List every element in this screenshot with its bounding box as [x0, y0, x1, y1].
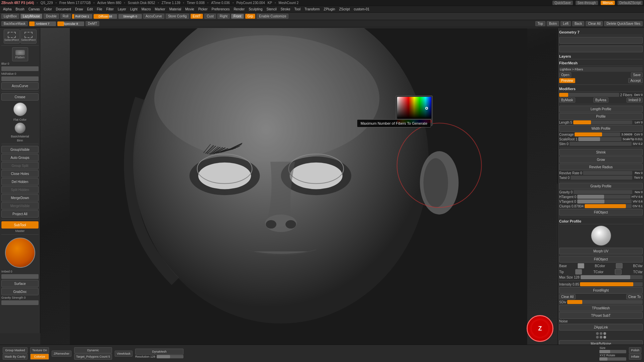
front-right-btn[interactable]: FrontRight [559, 287, 643, 294]
gravity-profile-btn[interactable]: Gravity Profile [559, 183, 643, 189]
htangent-slider[interactable] [577, 195, 631, 199]
double-btn[interactable]: Double [44, 14, 59, 19]
see-through-btn[interactable]: See-through [576, 1, 598, 5]
profile-btn[interactable]: Profile [559, 113, 643, 120]
clear-all-btn[interactable]: Clear All [586, 21, 603, 26]
color-gradient[interactable] [397, 97, 431, 119]
bcvar-swatch[interactable] [616, 263, 623, 268]
length-slider[interactable] [573, 120, 632, 124]
preview-fibermesh-btn[interactable]: Preview [559, 78, 575, 83]
revolve-radius-btn[interactable]: Revolve Radius [559, 164, 643, 170]
flatten-btn[interactable]: Flatten [12, 47, 28, 61]
morph-uv-btn[interactable]: Morph UV [559, 248, 643, 254]
group-masked-btn[interactable]: Group Masked [3, 347, 28, 353]
menu-stencil[interactable]: Stencil [265, 7, 278, 11]
crease-btn[interactable]: Crease [1, 93, 39, 101]
enable-customize-btn[interactable]: Enable Customize [257, 14, 288, 19]
dyna-mesh-btn[interactable]: DynaMesh [135, 349, 183, 355]
accept-btn[interactable]: Accept [628, 78, 643, 83]
menu-edit[interactable]: Edit [85, 7, 94, 11]
top-btn[interactable]: Top [535, 21, 545, 26]
modifiers-title[interactable]: Modifiers [559, 86, 643, 92]
menu-light[interactable]: Light [128, 7, 139, 11]
menu-draw[interactable]: Draw [73, 7, 85, 11]
surface-btn[interactable]: Surface [1, 280, 39, 287]
del-hidden-btn[interactable]: Del Hidden [1, 178, 39, 185]
group-split-btn[interactable]: Group Split [1, 162, 39, 169]
demt-btn[interactable]: DeMT [86, 21, 99, 26]
menus-btn[interactable]: Menus [601, 1, 615, 5]
store-config-btn[interactable]: Store Config [166, 14, 189, 19]
ambient-slider[interactable]: Ambient 7 [29, 21, 56, 26]
botm-btn[interactable]: Botm [547, 21, 559, 26]
menu-brush[interactable]: Brush [14, 7, 26, 11]
close-holes-btn[interactable]: Close Holes [1, 170, 39, 177]
select-rect-btn[interactable]: SelectRect [4, 29, 20, 44]
accu-curve-left-btn[interactable]: AccuCurve [1, 82, 39, 89]
array-mesh-btn[interactable] [559, 37, 643, 44]
max-size-slider[interactable] [581, 275, 643, 279]
clumps-slider[interactable] [585, 204, 632, 208]
menu-marker[interactable]: Marker [153, 7, 167, 11]
roll-dist-slider[interactable]: Roll Dist 1 [72, 14, 92, 19]
nano-mesh-btn[interactable] [559, 46, 643, 52]
menu-material[interactable]: Material [168, 7, 183, 11]
select-rect2-btn[interactable]: SelectRect [20, 29, 37, 44]
view-mask-btn[interactable]: ViewMask [115, 351, 132, 357]
grow-btn[interactable]: Grow [559, 156, 643, 163]
width-profile-btn[interactable]: Width Profile [559, 125, 643, 132]
sdiv-slider[interactable] [567, 300, 643, 304]
strength-slider[interactable]: Strength 0 [118, 14, 142, 19]
canvas-area[interactable] [40, 28, 557, 345]
polish-btn[interactable]: Polish [629, 347, 641, 353]
tcolor-swatch[interactable] [575, 269, 582, 275]
menu-zscript[interactable]: ZScript [337, 7, 352, 11]
imbed-0-btn[interactable]: Imbed 0 [627, 98, 643, 103]
scale-slider[interactable] [578, 137, 622, 141]
diffuse-slider[interactable]: Diffuse 68 [94, 14, 117, 19]
geometry7-title[interactable]: Geometry 7 [559, 29, 643, 35]
auto-groups-btn[interactable]: Auto Groups [1, 154, 39, 161]
size-slider[interactable] [599, 350, 626, 353]
revolve-rate-slider[interactable] [583, 171, 632, 175]
menu-document[interactable]: Document [54, 7, 73, 11]
by-area-btn[interactable]: ByArea [593, 98, 608, 103]
left-view-btn[interactable]: Left [560, 21, 571, 26]
roll-btn[interactable]: Roll [60, 14, 71, 19]
menu-tool[interactable]: Tool [293, 7, 302, 11]
open-btn[interactable]: Open [559, 72, 571, 77]
merge-visible-btn[interactable]: MergeVisible [1, 202, 39, 209]
front-btn[interactable]: Front [231, 14, 244, 19]
subtool-btn[interactable]: SubTool [1, 221, 39, 229]
zapp-link-btn[interactable]: ZAppLink [559, 324, 643, 330]
mask-by-cavity-btn[interactable]: Mask By Cavity [3, 354, 28, 360]
tpose-subt-btn[interactable]: TPoset SubT [559, 312, 643, 319]
lazy-mouse-btn[interactable]: LazyMouse [20, 14, 42, 19]
menu-alpha[interactable]: Alpha [1, 7, 13, 11]
tcvar-swatch[interactable] [615, 269, 622, 275]
menu-transform[interactable]: Transform [303, 7, 321, 11]
gravity-slider[interactable] [1, 300, 39, 305]
menu-layer[interactable]: Layer [116, 7, 128, 11]
by-mask-btn[interactable]: ByMask [559, 98, 575, 103]
clear-all-rp-btn[interactable]: Clear All [559, 294, 576, 299]
right-btn[interactable]: Right [217, 14, 230, 19]
fill-object-btn[interactable]: FillObject [559, 209, 643, 216]
quicksave-btn[interactable]: QuickSave [552, 1, 573, 5]
backface-mask-btn[interactable]: BackfaceMask [1, 21, 28, 26]
fibermesh-title[interactable]: FiberMesh [559, 60, 643, 66]
cust-btn[interactable]: Cust [204, 14, 216, 19]
twist-slider[interactable] [571, 176, 632, 180]
menu-picker[interactable]: Picker [197, 7, 209, 11]
bcolor-swatch[interactable] [578, 263, 584, 268]
vtangent-slider[interactable] [577, 199, 632, 203]
tpose-mesh-btn[interactable]: TPoseMesh [559, 305, 643, 311]
accu-curve-btn[interactable]: AccuCurve [143, 14, 164, 19]
slim-slider[interactable] [570, 142, 632, 146]
project-all-btn[interactable]: Project All [1, 210, 39, 218]
specular-slider[interactable]: Specular 8 [57, 21, 84, 26]
shrink-btn[interactable]: Shrink [559, 149, 643, 156]
target-polygons-btn[interactable]: Target_Polygons Count 5 [74, 354, 112, 360]
length-profile-btn[interactable]: Length Profile [559, 106, 643, 112]
menu-file[interactable]: File [95, 7, 104, 11]
